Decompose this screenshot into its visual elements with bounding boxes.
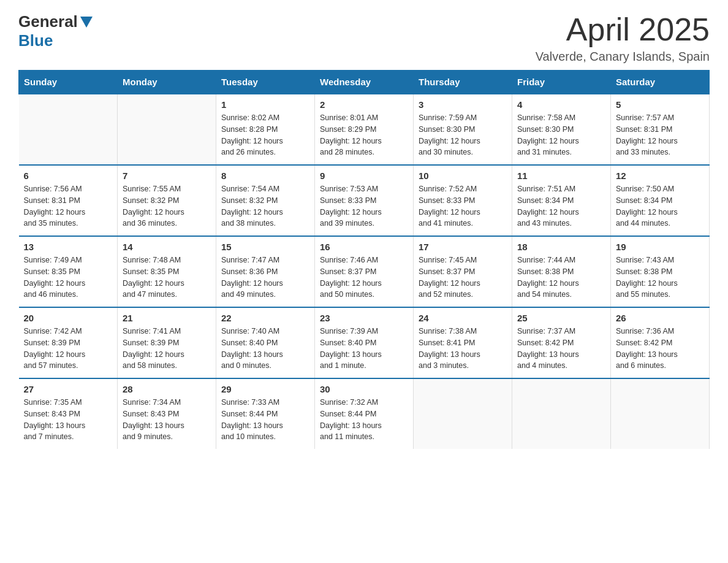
day-number: 22 — [221, 313, 309, 323]
day-info: Sunrise: 7:53 AMSunset: 8:33 PMDaylight:… — [320, 183, 408, 229]
calendar-cell: 6Sunrise: 7:56 AMSunset: 8:31 PMDaylight… — [19, 165, 118, 236]
day-info: Sunrise: 7:41 AMSunset: 8:39 PMDaylight:… — [123, 326, 211, 372]
calendar-cell: 10Sunrise: 7:52 AMSunset: 8:33 PMDayligh… — [414, 165, 512, 236]
day-number: 18 — [517, 242, 605, 252]
calendar-cell — [512, 378, 611, 449]
day-number: 25 — [517, 313, 605, 323]
logo-blue-text: Blue — [18, 31, 53, 50]
day-number: 6 — [24, 170, 113, 181]
day-info: Sunrise: 7:34 AMSunset: 8:43 PMDaylight:… — [123, 397, 211, 443]
day-number: 30 — [320, 384, 408, 394]
day-number: 13 — [24, 242, 113, 252]
day-info: Sunrise: 7:46 AMSunset: 8:37 PMDaylight:… — [320, 255, 408, 301]
calendar-cell: 3Sunrise: 7:59 AMSunset: 8:30 PMDaylight… — [414, 94, 512, 165]
calendar-cell: 30Sunrise: 7:32 AMSunset: 8:44 PMDayligh… — [315, 378, 414, 449]
day-number: 24 — [419, 313, 507, 323]
day-number: 17 — [419, 242, 507, 252]
calendar-cell: 18Sunrise: 7:44 AMSunset: 8:38 PMDayligh… — [512, 236, 611, 307]
calendar-week-row: 20Sunrise: 7:42 AMSunset: 8:39 PMDayligh… — [19, 307, 710, 378]
calendar-cell: 21Sunrise: 7:41 AMSunset: 8:39 PMDayligh… — [118, 307, 216, 378]
calendar-cell: 17Sunrise: 7:45 AMSunset: 8:37 PMDayligh… — [414, 236, 512, 307]
calendar-cell: 13Sunrise: 7:49 AMSunset: 8:35 PMDayligh… — [19, 236, 118, 307]
day-number: 9 — [320, 170, 408, 181]
calendar-cell: 11Sunrise: 7:51 AMSunset: 8:34 PMDayligh… — [512, 165, 611, 236]
day-info: Sunrise: 7:55 AMSunset: 8:32 PMDaylight:… — [123, 183, 211, 229]
day-info: Sunrise: 8:01 AMSunset: 8:29 PMDaylight:… — [320, 112, 408, 158]
day-number: 11 — [517, 170, 605, 181]
calendar-cell: 14Sunrise: 7:48 AMSunset: 8:35 PMDayligh… — [118, 236, 216, 307]
page-header: General Blue April 2025 Valverde, Canary… — [18, 12, 710, 64]
calendar-cell — [611, 378, 710, 449]
day-number: 28 — [123, 384, 211, 394]
weekday-header-monday: Monday — [118, 71, 216, 94]
location-subtitle: Valverde, Canary Islands, Spain — [536, 50, 710, 64]
weekday-header-saturday: Saturday — [611, 71, 710, 94]
weekday-header-tuesday: Tuesday — [216, 71, 315, 94]
calendar-cell: 8Sunrise: 7:54 AMSunset: 8:32 PMDaylight… — [216, 165, 315, 236]
day-info: Sunrise: 7:50 AMSunset: 8:34 PMDaylight:… — [616, 183, 704, 229]
calendar-cell: 16Sunrise: 7:46 AMSunset: 8:37 PMDayligh… — [315, 236, 414, 307]
calendar-cell: 5Sunrise: 7:57 AMSunset: 8:31 PMDaylight… — [611, 94, 710, 165]
calendar-cell: 2Sunrise: 8:01 AMSunset: 8:29 PMDaylight… — [315, 94, 414, 165]
day-info: Sunrise: 7:36 AMSunset: 8:42 PMDaylight:… — [616, 326, 704, 372]
calendar-cell: 15Sunrise: 7:47 AMSunset: 8:36 PMDayligh… — [216, 236, 315, 307]
calendar-cell: 4Sunrise: 7:58 AMSunset: 8:30 PMDaylight… — [512, 94, 611, 165]
day-info: Sunrise: 7:51 AMSunset: 8:34 PMDaylight:… — [517, 183, 605, 229]
calendar-cell: 24Sunrise: 7:38 AMSunset: 8:41 PMDayligh… — [414, 307, 512, 378]
day-number: 4 — [517, 99, 605, 110]
calendar-cell: 26Sunrise: 7:36 AMSunset: 8:42 PMDayligh… — [611, 307, 710, 378]
day-info: Sunrise: 7:43 AMSunset: 8:38 PMDaylight:… — [616, 255, 704, 301]
day-info: Sunrise: 7:48 AMSunset: 8:35 PMDaylight:… — [123, 255, 211, 301]
day-number: 7 — [123, 170, 211, 181]
calendar-cell: 29Sunrise: 7:33 AMSunset: 8:44 PMDayligh… — [216, 378, 315, 449]
weekday-header-row: SundayMondayTuesdayWednesdayThursdayFrid… — [19, 71, 710, 94]
day-number: 15 — [221, 242, 309, 252]
calendar-cell — [118, 94, 216, 165]
day-info: Sunrise: 7:49 AMSunset: 8:35 PMDaylight:… — [24, 255, 113, 301]
day-number: 21 — [123, 313, 211, 323]
day-info: Sunrise: 7:59 AMSunset: 8:30 PMDaylight:… — [419, 112, 507, 158]
day-number: 8 — [221, 170, 309, 181]
month-year-title: April 2025 — [536, 12, 710, 47]
day-number: 5 — [616, 99, 704, 110]
day-info: Sunrise: 7:35 AMSunset: 8:43 PMDaylight:… — [24, 397, 113, 443]
day-info: Sunrise: 7:42 AMSunset: 8:39 PMDaylight:… — [24, 326, 113, 372]
day-info: Sunrise: 7:40 AMSunset: 8:40 PMDaylight:… — [221, 326, 309, 372]
day-info: Sunrise: 7:56 AMSunset: 8:31 PMDaylight:… — [24, 183, 113, 229]
calendar-cell: 20Sunrise: 7:42 AMSunset: 8:39 PMDayligh… — [19, 307, 118, 378]
day-info: Sunrise: 7:38 AMSunset: 8:41 PMDaylight:… — [419, 326, 507, 372]
calendar-week-row: 27Sunrise: 7:35 AMSunset: 8:43 PMDayligh… — [19, 378, 710, 449]
day-info: Sunrise: 7:44 AMSunset: 8:38 PMDaylight:… — [517, 255, 605, 301]
day-number: 1 — [221, 99, 309, 110]
day-number: 10 — [419, 170, 507, 181]
calendar-cell: 23Sunrise: 7:39 AMSunset: 8:40 PMDayligh… — [315, 307, 414, 378]
day-number: 2 — [320, 99, 408, 110]
weekday-header-friday: Friday — [512, 71, 611, 94]
logo-general-text: General — [18, 12, 78, 31]
calendar-week-row: 13Sunrise: 7:49 AMSunset: 8:35 PMDayligh… — [19, 236, 710, 307]
calendar-cell: 25Sunrise: 7:37 AMSunset: 8:42 PMDayligh… — [512, 307, 611, 378]
day-number: 12 — [616, 170, 704, 181]
day-number: 23 — [320, 313, 408, 323]
day-number: 19 — [616, 242, 704, 252]
calendar-table: SundayMondayTuesdayWednesdayThursdayFrid… — [18, 70, 710, 449]
calendar-body: 1Sunrise: 8:02 AMSunset: 8:28 PMDaylight… — [19, 94, 710, 449]
logo: General Blue — [18, 12, 95, 50]
calendar-week-row: 1Sunrise: 8:02 AMSunset: 8:28 PMDaylight… — [19, 94, 710, 165]
calendar-cell — [414, 378, 512, 449]
weekday-header-sunday: Sunday — [19, 71, 118, 94]
day-info: Sunrise: 7:58 AMSunset: 8:30 PMDaylight:… — [517, 112, 605, 158]
day-info: Sunrise: 7:57 AMSunset: 8:31 PMDaylight:… — [616, 112, 704, 158]
calendar-header: SundayMondayTuesdayWednesdayThursdayFrid… — [19, 71, 710, 94]
calendar-cell: 7Sunrise: 7:55 AMSunset: 8:32 PMDaylight… — [118, 165, 216, 236]
calendar-week-row: 6Sunrise: 7:56 AMSunset: 8:31 PMDaylight… — [19, 165, 710, 236]
day-info: Sunrise: 7:37 AMSunset: 8:42 PMDaylight:… — [517, 326, 605, 372]
day-info: Sunrise: 7:33 AMSunset: 8:44 PMDaylight:… — [221, 397, 309, 443]
weekday-header-thursday: Thursday — [414, 71, 512, 94]
calendar-cell: 9Sunrise: 7:53 AMSunset: 8:33 PMDaylight… — [315, 165, 414, 236]
day-number: 27 — [24, 384, 113, 394]
day-info: Sunrise: 7:39 AMSunset: 8:40 PMDaylight:… — [320, 326, 408, 372]
day-info: Sunrise: 8:02 AMSunset: 8:28 PMDaylight:… — [221, 112, 309, 158]
calendar-cell: 12Sunrise: 7:50 AMSunset: 8:34 PMDayligh… — [611, 165, 710, 236]
day-info: Sunrise: 7:45 AMSunset: 8:37 PMDaylight:… — [419, 255, 507, 301]
